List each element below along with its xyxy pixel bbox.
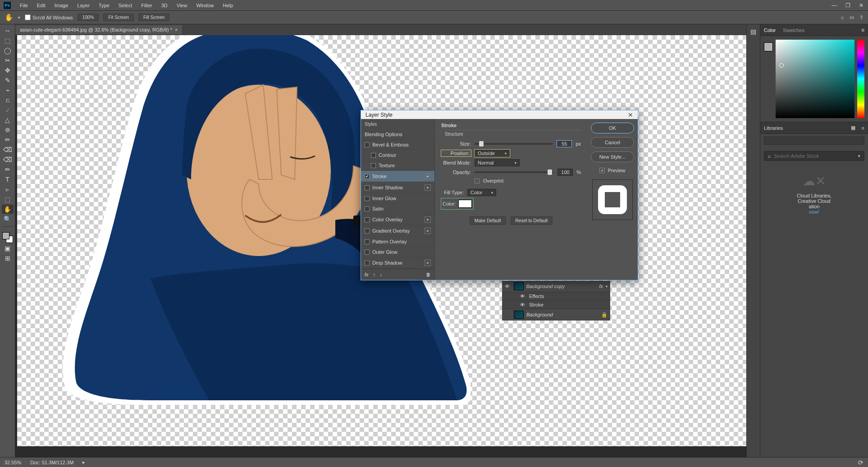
- checkbox[interactable]: [365, 196, 370, 201]
- pen-tool[interactable]: ✏: [2, 165, 14, 174]
- scroll-all-input[interactable]: [25, 14, 31, 20]
- menu-filter[interactable]: Filter: [137, 3, 156, 8]
- lasso-tool[interactable]: ◯: [2, 46, 14, 55]
- status-chevron-icon[interactable]: ▸: [82, 459, 85, 465]
- visibility-icon[interactable]: 👁: [520, 302, 526, 307]
- lib-grid-icon[interactable]: ▦: [851, 125, 855, 131]
- ok-button[interactable]: OK: [591, 123, 634, 133]
- menu-window[interactable]: Window: [192, 3, 218, 8]
- style-stroke[interactable]: Stroke+: [361, 171, 434, 182]
- crop-tool[interactable]: ✥: [2, 66, 14, 75]
- checkbox[interactable]: [365, 261, 370, 266]
- style-texture[interactable]: Texture: [361, 160, 434, 171]
- scroll-all-checkbox[interactable]: Scroll All Windows: [25, 14, 73, 20]
- tab-color[interactable]: Color: [764, 27, 776, 33]
- type-tool[interactable]: T: [2, 175, 14, 184]
- document-tab[interactable]: asian-cute-elegant-638484.jpg @ 32.6% (B…: [15, 25, 183, 34]
- menu-view[interactable]: View: [172, 3, 192, 8]
- tool-preset-chevron-icon[interactable]: ▾: [18, 15, 20, 20]
- lib-list-icon[interactable]: ≡: [862, 125, 864, 131]
- lib-link[interactable]: now!: [809, 209, 819, 215]
- opacity-value[interactable]: 100: [557, 169, 573, 176]
- checkbox[interactable]: [365, 217, 370, 222]
- cancel-button[interactable]: Cancel: [591, 137, 634, 148]
- shape-tool[interactable]: ⬚: [2, 195, 14, 204]
- blur-tool[interactable]: ⌫: [2, 145, 14, 154]
- add-icon[interactable]: +: [425, 216, 431, 223]
- checkbox[interactable]: [365, 174, 370, 179]
- menu-3d[interactable]: 3D: [157, 3, 172, 8]
- chevron-down-icon[interactable]: ▾: [606, 284, 608, 288]
- visibility-icon[interactable]: 👁: [505, 284, 511, 289]
- fx-badge[interactable]: fx: [599, 284, 603, 289]
- menu-file[interactable]: File: [15, 3, 32, 8]
- preview-toggle[interactable]: Preview: [599, 168, 625, 173]
- hue-slider[interactable]: [857, 40, 864, 118]
- style-inner-shadow[interactable]: Inner Shadow+: [361, 182, 434, 193]
- panel-menu-icon[interactable]: ≡: [861, 27, 864, 33]
- dialog-close-icon[interactable]: ✕: [628, 111, 633, 119]
- fill-screen-button[interactable]: Fill Screen: [138, 14, 169, 21]
- tab-libraries[interactable]: Libraries: [764, 125, 783, 131]
- menu-help[interactable]: Help: [219, 3, 238, 8]
- checkbox[interactable]: [371, 163, 376, 168]
- new-style-button[interactable]: New Style...: [591, 151, 634, 162]
- checkbox[interactable]: [371, 153, 376, 158]
- menu-type[interactable]: Type: [94, 3, 114, 8]
- size-slider[interactable]: [475, 143, 553, 145]
- eraser-tool[interactable]: ⊚: [2, 125, 14, 134]
- healing-tool[interactable]: ⌁: [2, 86, 14, 95]
- menu-edit[interactable]: Edit: [32, 3, 50, 8]
- checkbox[interactable]: [365, 250, 370, 255]
- eyedropper-tool[interactable]: ✎: [2, 76, 14, 85]
- restore-icon[interactable]: ❐: [841, 1, 854, 10]
- style-bevel[interactable]: Bevel & Emboss: [361, 140, 434, 150]
- marquee-tool[interactable]: ⬚: [2, 36, 14, 45]
- hand-tool[interactable]: ✋: [2, 205, 14, 214]
- minimize-icon[interactable]: —: [827, 1, 841, 10]
- overprint-checkbox[interactable]: [475, 179, 480, 183]
- menu-select[interactable]: Select: [114, 3, 137, 8]
- slider-handle-icon[interactable]: [479, 141, 484, 147]
- arrow-up-icon[interactable]: ↑: [373, 272, 376, 277]
- foreground-swatch[interactable]: [2, 232, 9, 239]
- history-panel-icon[interactable]: ▤: [750, 28, 756, 35]
- clone-tool[interactable]: ⟋: [2, 105, 14, 114]
- layer-stroke-row[interactable]: 👁 Stroke: [502, 301, 610, 309]
- tab-swatches[interactable]: Swatches: [783, 27, 804, 33]
- checkbox[interactable]: [365, 239, 370, 244]
- layer-effects-row[interactable]: 👁 Effects: [502, 292, 610, 301]
- arrow-down-icon[interactable]: ↓: [380, 272, 383, 277]
- zoom-100-button[interactable]: 100%: [78, 14, 99, 21]
- opacity-slider[interactable]: [475, 171, 554, 173]
- menu-layer[interactable]: Layer: [73, 3, 94, 8]
- blend-mode-dropdown[interactable]: Normal ▾: [475, 159, 520, 166]
- history-brush-tool[interactable]: △: [2, 115, 14, 124]
- style-inner-glow[interactable]: Inner Glow: [361, 193, 434, 204]
- style-contour[interactable]: Contour: [361, 150, 434, 160]
- style-color-overlay[interactable]: Color Overlay+: [361, 214, 434, 225]
- workspace-icon[interactable]: ▭: [850, 14, 854, 20]
- style-blending-options[interactable]: Blending Options: [361, 129, 434, 140]
- slider-handle-icon[interactable]: [548, 169, 552, 175]
- size-value[interactable]: 55: [557, 140, 572, 147]
- add-icon[interactable]: +: [425, 228, 431, 234]
- fit-screen-button[interactable]: Fit Screen: [103, 14, 134, 21]
- color-fg-swatch[interactable]: [764, 42, 773, 51]
- checkbox[interactable]: [365, 185, 370, 190]
- close-icon[interactable]: ✕: [854, 1, 868, 10]
- menu-image[interactable]: Image: [50, 3, 73, 8]
- path-tool[interactable]: ▹: [2, 185, 14, 194]
- gradient-tool[interactable]: ✏: [2, 135, 14, 144]
- chevron-down-icon[interactable]: ▾: [858, 154, 860, 158]
- search-icon[interactable]: ⌕: [841, 14, 844, 20]
- add-icon[interactable]: +: [425, 184, 431, 191]
- share-icon[interactable]: ⇪: [859, 14, 863, 20]
- layer-row-bg-copy[interactable]: 👁 Background copy fx ▾: [502, 281, 610, 292]
- dodge-tool[interactable]: ⌫: [2, 155, 14, 164]
- zoom-tool[interactable]: 🔍: [2, 215, 14, 224]
- style-drop-shadow[interactable]: Drop Shadow+: [361, 257, 434, 269]
- document-tab-close-icon[interactable]: ×: [175, 27, 178, 32]
- color-swatches[interactable]: [2, 232, 13, 243]
- style-satin[interactable]: Satin: [361, 204, 434, 214]
